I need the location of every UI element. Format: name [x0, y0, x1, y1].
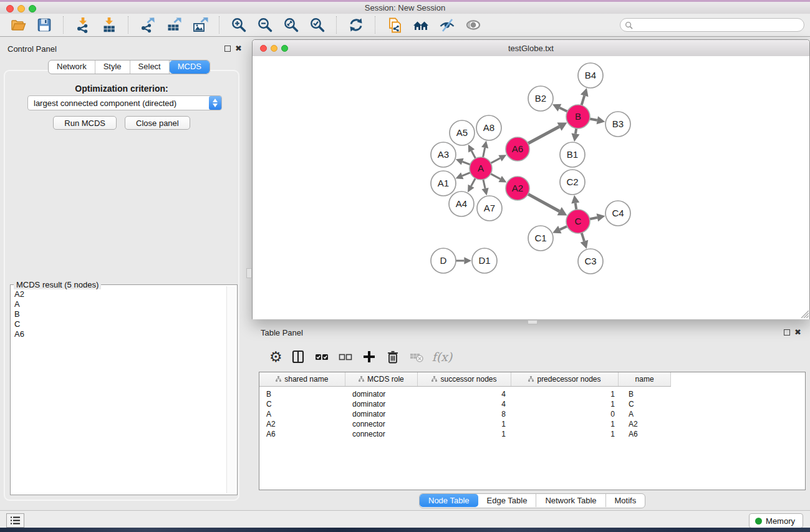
task-history-button[interactable] [6, 513, 24, 528]
mcds-result-scrollbar[interactable] [226, 286, 236, 493]
tab-mcds[interactable]: MCDS [170, 60, 210, 74]
graph-node-A[interactable]: A [470, 157, 492, 180]
table-cell[interactable]: 8 [418, 410, 512, 418]
import-network-icon[interactable] [75, 17, 91, 33]
tab-node-table[interactable]: Node Table [420, 494, 478, 507]
graph-node-D1[interactable]: D1 [472, 248, 497, 273]
tab-motifs[interactable]: Motifs [606, 494, 645, 507]
table-cell[interactable]: A6 [620, 430, 672, 438]
close-panel-icon[interactable]: ✖ [794, 329, 801, 336]
graph-node-B[interactable]: B [566, 105, 590, 128]
table-cell[interactable]: connector [345, 430, 418, 438]
table-cell[interactable]: A2 [620, 420, 672, 428]
table-cell[interactable]: C [259, 400, 345, 409]
graph-node-A1[interactable]: A1 [431, 171, 456, 196]
edge-B-B2[interactable] [559, 108, 567, 112]
deselect-all-icon[interactable] [339, 350, 352, 364]
table-row[interactable]: Cdominator41C [259, 399, 805, 409]
export-table-icon[interactable] [166, 17, 182, 33]
edge-C-C2[interactable] [576, 203, 577, 210]
edge-A-A6[interactable] [491, 158, 500, 163]
result-item[interactable]: A6 [14, 329, 227, 339]
splitter-handle-bottom[interactable] [528, 320, 538, 324]
hide-graphics-details-icon[interactable] [439, 17, 455, 33]
edge-A-A7[interactable] [483, 180, 485, 189]
optimization-criterion-dropdown[interactable]: largest connected component (directed) [27, 95, 222, 110]
close-panel-button[interactable]: Close panel [125, 116, 190, 130]
table-cell[interactable]: A6 [259, 430, 345, 438]
table-row[interactable]: A2connector11A2 [259, 419, 805, 429]
home-houses-icon[interactable] [413, 17, 429, 33]
float-panel-icon[interactable] [224, 46, 231, 52]
zoom-out-icon[interactable] [257, 17, 273, 33]
graph-node-A6[interactable]: A6 [506, 137, 529, 161]
edge-A-A2[interactable] [491, 174, 500, 179]
table-cell[interactable]: A2 [259, 420, 345, 428]
graph-node-B1[interactable]: B1 [560, 142, 585, 167]
import-table-icon[interactable] [101, 17, 117, 33]
open-file-icon[interactable] [10, 17, 26, 33]
table-cell[interactable]: B [259, 390, 345, 399]
result-item[interactable]: B [14, 309, 227, 319]
tab-edge-table[interactable]: Edge Table [478, 494, 537, 507]
graph-node-C3[interactable]: C3 [578, 249, 603, 274]
table-cell[interactable]: 4 [418, 400, 512, 409]
run-mcds-button[interactable]: Run MCDS [53, 116, 117, 130]
edge-A2-C[interactable] [528, 194, 559, 211]
table-cell[interactable]: dominator [345, 400, 418, 409]
zoom-selected-icon[interactable] [309, 17, 325, 33]
save-session-icon[interactable] [36, 17, 52, 33]
edge-B-B4[interactable] [582, 95, 585, 105]
show-columns-icon[interactable] [291, 350, 305, 364]
table-cell[interactable]: dominator [345, 410, 418, 418]
edge-A6-B[interactable] [528, 127, 559, 143]
function-builder-icon[interactable]: f(x) [432, 350, 453, 364]
export-network-icon[interactable] [140, 17, 156, 33]
graph-node-A2[interactable]: A2 [506, 177, 529, 200]
network-canvas[interactable]: B4B2BB3A8A5A6A3B1AA1C2A2A4A7C4CC1C3DD1 [253, 56, 809, 319]
tab-network-table[interactable]: Network Table [536, 494, 605, 507]
search-input[interactable] [635, 19, 804, 31]
eye-icon[interactable] [465, 17, 481, 33]
zoom-in-icon[interactable] [231, 17, 247, 33]
graph-node-A3[interactable]: A3 [431, 142, 456, 167]
tab-network[interactable]: Network [49, 60, 95, 74]
column-header-successor-nodes[interactable]: successor nodes [418, 372, 511, 386]
table-cell[interactable]: 1 [512, 430, 620, 438]
result-item[interactable]: A2 [14, 289, 227, 299]
mcds-result-list[interactable]: A2ABCA6 [12, 286, 227, 493]
graph-node-D[interactable]: D [431, 248, 456, 273]
float-panel-icon[interactable] [784, 329, 790, 336]
edge-C-C4[interactable] [590, 218, 597, 219]
network-window-titlebar[interactable]: testGlobe.txt [253, 40, 809, 57]
edge-B-B1[interactable] [576, 128, 576, 134]
table-row[interactable]: Adominator80A [259, 409, 805, 419]
result-item[interactable]: A [14, 299, 227, 309]
close-panel-icon[interactable]: ✖ [235, 46, 242, 52]
table-options-gear-icon[interactable]: ⚙ [269, 350, 282, 364]
result-item[interactable]: C [14, 319, 227, 329]
edge-A-A3[interactable] [463, 162, 470, 165]
table-row[interactable]: A6connector11A6 [259, 429, 805, 439]
edge-C-C1[interactable] [560, 226, 567, 230]
table-cell[interactable]: A [620, 410, 672, 418]
graph-node-C[interactable]: C [566, 210, 590, 233]
graph-node-C1[interactable]: C1 [528, 226, 553, 251]
edge-A-A8[interactable] [483, 148, 485, 157]
tab-style[interactable]: Style [95, 60, 130, 74]
edge-B-B3[interactable] [590, 119, 597, 120]
splitter-handle-left[interactable] [246, 268, 252, 278]
search-field[interactable] [620, 18, 804, 32]
column-header-shared-name[interactable]: shared name [259, 372, 345, 386]
edge-A-A5[interactable] [471, 151, 475, 158]
graph-node-B4[interactable]: B4 [578, 63, 603, 88]
table-cell[interactable]: 1 [512, 420, 620, 428]
table-cell[interactable]: 1 [418, 420, 512, 428]
table-cell[interactable]: 4 [418, 390, 512, 399]
select-all-icon[interactable] [315, 350, 329, 364]
export-image-icon[interactable] [192, 17, 208, 33]
graph-node-A7[interactable]: A7 [477, 196, 502, 221]
graph-node-A8[interactable]: A8 [476, 115, 501, 140]
column-header-MCDS-role[interactable]: MCDS role [345, 372, 418, 386]
graph-node-A5[interactable]: A5 [450, 120, 475, 145]
